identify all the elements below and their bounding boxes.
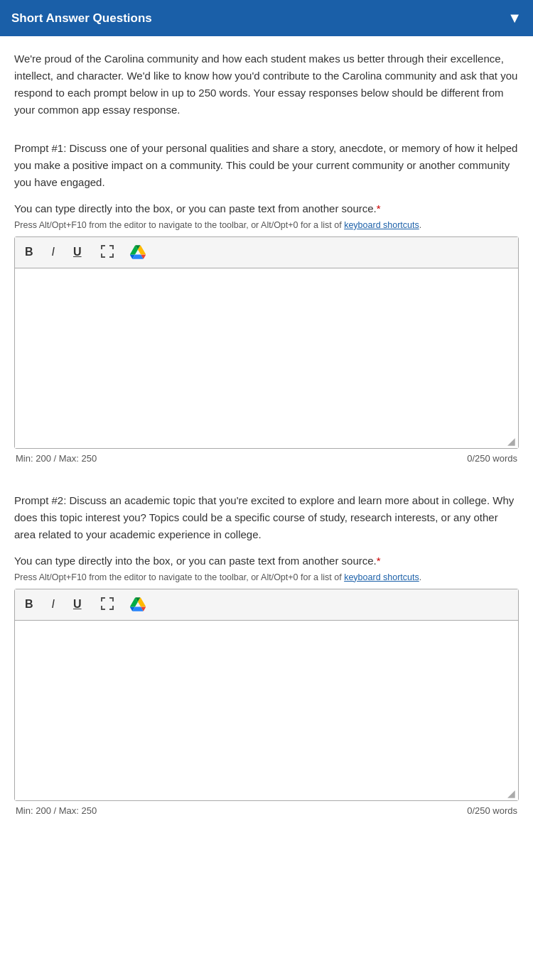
expand-button-1[interactable] [97,243,117,262]
prompt-2-text: Prompt #2: Discuss an academic topic tha… [14,492,519,543]
editor-2-toolbar: B I U [15,589,518,621]
expand-icon-1 [100,244,114,258]
prompt-1-instruction: You can type directly into the box, or y… [14,202,519,214]
prompt-2-instruction: You can type directly into the box, or y… [14,555,519,567]
required-marker-2: * [377,555,381,567]
keyboard-shortcuts-link-1[interactable]: keyboard shortcuts [344,220,419,230]
editor-1-body[interactable] [15,268,518,434]
word-count-row-2: Min: 200 / Max: 250 0/250 words [14,805,519,816]
keyboard-shortcuts-link-2[interactable]: keyboard shortcuts [344,572,419,582]
prompt-2-section: Prompt #2: Discuss an academic topic tha… [14,492,519,816]
word-count-current-1: 0/250 words [467,453,517,464]
prompt-1-section: Prompt #1: Discuss one of your personal … [14,140,519,464]
expand-button-2[interactable] [97,595,117,614]
word-count-current-2: 0/250 words [467,805,517,816]
editor-1-toolbar: B I U [15,237,518,268]
word-count-min-max-1: Min: 200 / Max: 250 [16,453,97,464]
prompt-1-keyboard-hint: Press Alt/Opt+F10 from the editor to nav… [14,219,519,232]
resize-handle-2: ◢ [15,786,518,800]
word-count-min-max-2: Min: 200 / Max: 250 [16,805,97,816]
essay-textarea-1[interactable] [22,276,511,425]
page-header: Short Answer Questions ▼ [0,0,533,36]
main-content: We're proud of the Carolina community an… [0,36,533,866]
underline-button-1[interactable]: U [70,245,85,259]
editor-1: B I U [14,236,519,449]
essay-textarea-2[interactable] [22,628,511,777]
google-drive-icon-2[interactable] [130,597,146,612]
page-title: Short Answer Questions [11,11,152,26]
expand-icon-2 [100,597,114,611]
italic-button-1[interactable]: I [49,245,58,259]
bold-button-1[interactable]: B [22,245,36,259]
word-count-row-1: Min: 200 / Max: 250 0/250 words [14,453,519,464]
intro-text: We're proud of the Carolina community an… [14,50,519,119]
editor-2: B I U [14,589,519,801]
underline-button-2[interactable]: U [70,597,85,611]
prompt-2-keyboard-hint: Press Alt/Opt+F10 from the editor to nav… [14,571,519,584]
bold-button-2[interactable]: B [22,597,36,611]
chevron-down-icon[interactable]: ▼ [507,10,522,26]
editor-2-body[interactable] [15,621,518,786]
resize-handle-1: ◢ [15,434,518,448]
required-marker-1: * [377,202,381,214]
prompt-1-text: Prompt #1: Discuss one of your personal … [14,140,519,191]
google-drive-icon-1[interactable] [130,244,146,260]
italic-button-2[interactable]: I [49,597,58,611]
